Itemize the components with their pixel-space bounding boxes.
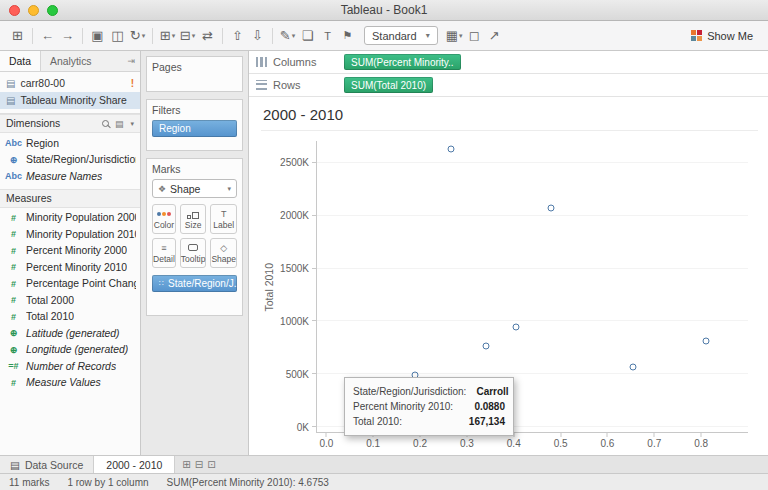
tooltip-field-value: 167,134 [469, 414, 505, 429]
new-worksheet-tab-icon[interactable]: ⊞ [182, 459, 190, 470]
refresh-icon[interactable]: ↻▾ [128, 25, 147, 47]
show-me-label: Show Me [707, 30, 753, 42]
dimension-item[interactable]: ⊕ State/Region/Jurisdiction [0, 152, 140, 169]
tooltip-row: Total 2010: 167,134 [353, 414, 505, 429]
redo-icon[interactable]: → [58, 25, 77, 47]
rows-field-pill[interactable]: SUM(Total 2010) [344, 77, 433, 93]
field-type-icon: # [4, 295, 23, 305]
new-datasource-icon[interactable]: ◫ [108, 25, 127, 47]
shape-button[interactable]: ◇ Shape [210, 238, 237, 268]
measure-item[interactable]: # Percent Minority 2000 [0, 243, 140, 260]
tooltip-button[interactable]: Tooltip [180, 238, 207, 268]
data-source-tab[interactable]: ▤ Data Source [0, 456, 94, 473]
titlebar: Tableau - Book1 [0, 0, 768, 21]
data-source-tab-label: Data Source [25, 459, 83, 471]
view-menu-icon[interactable]: ▤ [115, 119, 124, 129]
datasource-item[interactable]: ▤ carr80-00 ! [0, 75, 140, 92]
detail-button[interactable]: ≡ Detail [152, 238, 176, 268]
scatter-point[interactable] [513, 323, 520, 330]
measure-item[interactable]: ⊕ Longitude (generated) [0, 342, 140, 359]
measure-item[interactable]: # Minority Population 2000 [0, 210, 140, 227]
size-button[interactable]: Size [180, 204, 207, 234]
show-mark-labels-icon[interactable]: T [318, 25, 337, 47]
dimension-item[interactable]: Abc Measure Names [0, 168, 140, 185]
gridline [317, 320, 748, 321]
x-tick-mark [654, 432, 655, 437]
pane-control-icon[interactable]: ⇥ [122, 51, 140, 71]
y-axis-ticks[interactable]: 0K500K1000K1500K2000K2500K [276, 141, 316, 433]
shape-icon: ◇ [220, 242, 227, 253]
fit-dropdown[interactable]: Standard ▾ [364, 26, 438, 45]
scatter-point[interactable] [702, 338, 709, 345]
field-type-icon: Abc [4, 138, 23, 148]
fix-axes-icon[interactable]: ⚑ [338, 25, 357, 47]
field-label: Longitude (generated) [26, 344, 128, 355]
marks-pill-list: ∷ State/Region/J.. [152, 275, 237, 292]
filter-pill[interactable]: Region [152, 120, 237, 137]
gridline [317, 373, 748, 374]
presentation-mode-icon[interactable]: ◻ [465, 25, 484, 47]
new-worksheet-icon[interactable]: ⊞▾ [158, 25, 177, 47]
field-type-icon: # [4, 312, 23, 322]
undo-icon[interactable]: ← [38, 25, 57, 47]
sheet-tab-list: 2000 - 2010 [94, 456, 175, 473]
label-button[interactable]: T Label [210, 204, 237, 234]
show-me-button[interactable]: Show Me [684, 28, 760, 44]
scatter-point[interactable] [482, 342, 489, 349]
datasource-label: Tableau Minority Share (... [20, 95, 129, 106]
group-members-icon[interactable]: ❏ [298, 25, 317, 47]
search-icon[interactable] [102, 120, 109, 127]
measure-item[interactable]: =# Number of Records [0, 358, 140, 375]
field-label: Minority Population 2010 [26, 229, 136, 240]
datasource-item[interactable]: ▤ Tableau Minority Share (... [0, 92, 140, 109]
columns-field-pill[interactable]: SUM(Percent Minority.. [344, 54, 461, 70]
measure-item[interactable]: # Total 2000 [0, 292, 140, 309]
field-type-icon: # [4, 213, 23, 223]
detail-icon: ≡ [161, 242, 166, 253]
tab-analytics[interactable]: Analytics [41, 51, 101, 71]
swap-axes-icon[interactable]: ⇄ [198, 25, 217, 47]
field-type-icon: # [4, 262, 23, 272]
measure-item[interactable]: ⊕ Latitude (generated) [0, 325, 140, 342]
columns-shelf[interactable]: Columns SUM(Percent Minority.. [249, 51, 768, 74]
sort-descending-icon[interactable]: ⇩ [248, 25, 267, 47]
share-icon[interactable]: ↗ [485, 25, 504, 47]
marks-pill[interactable]: ∷ State/Region/J.. [152, 275, 237, 292]
rows-shelf[interactable]: Rows SUM(Total 2010) [249, 74, 768, 97]
datasource-icon: ▤ [6, 78, 15, 89]
tableau-window: Tableau - Book1 ⊞ ← → ▣ ◫ ↻▾ ⊞▾ ⊟▾ ⇄ ⇧ ⇩… [0, 0, 768, 490]
tableau-logo-icon[interactable]: ⊞ [8, 25, 27, 47]
measure-item[interactable]: # Measure Values [0, 375, 140, 392]
field-type-icon: # [4, 279, 23, 289]
measure-item[interactable]: # Percentage Point Change i... [0, 276, 140, 293]
measure-item[interactable]: # Total 2010 [0, 309, 140, 326]
mark-type-dropdown[interactable]: ❖ Shape ▾ [152, 179, 237, 198]
highlight-icon[interactable]: ✎▾ [278, 25, 297, 47]
tab-data[interactable]: Data [0, 51, 41, 71]
duplicate-sheet-icon[interactable]: ⊟▾ [178, 25, 197, 47]
sheet-tab[interactable]: 2000 - 2010 [94, 456, 175, 473]
data-pane: Data Analytics ⇥ ▤ carr80-00 ! ▤ Tableau… [0, 51, 141, 455]
show-hide-cards-icon[interactable]: ▦▾ [445, 25, 464, 47]
color-button[interactable]: Color [152, 204, 176, 234]
new-dashboard-tab-icon[interactable]: ⊟ [195, 459, 203, 470]
zoom-window-button[interactable] [47, 5, 58, 16]
x-tick-mark [326, 432, 327, 437]
sort-ascending-icon[interactable]: ⇧ [228, 25, 247, 47]
measure-item[interactable]: # Minority Population 2010 [0, 226, 140, 243]
field-type-icon: ⊕ [4, 328, 23, 338]
scatter-point[interactable] [447, 146, 454, 153]
dimension-item[interactable]: Abc Region [0, 135, 140, 152]
measure-item[interactable]: # Percent Minority 2010 [0, 259, 140, 276]
tooltip-row: Percent Minority 2010: 0.0880 [353, 399, 505, 414]
save-icon[interactable]: ▣ [88, 25, 107, 47]
field-type-icon: # [4, 246, 23, 256]
scatter-point[interactable] [548, 205, 555, 212]
minimize-window-button[interactable] [28, 5, 39, 16]
dropdown-caret-icon: ▾ [142, 32, 146, 40]
new-story-tab-icon[interactable]: ⊡ [207, 459, 215, 470]
close-window-button[interactable] [9, 5, 20, 16]
y-axis-title[interactable]: Total 2010 [263, 263, 275, 311]
scatter-point[interactable] [630, 363, 637, 370]
worksheet-view: 2000 - 2010 Total 2010 0K500K1000K1500K2… [249, 97, 768, 455]
